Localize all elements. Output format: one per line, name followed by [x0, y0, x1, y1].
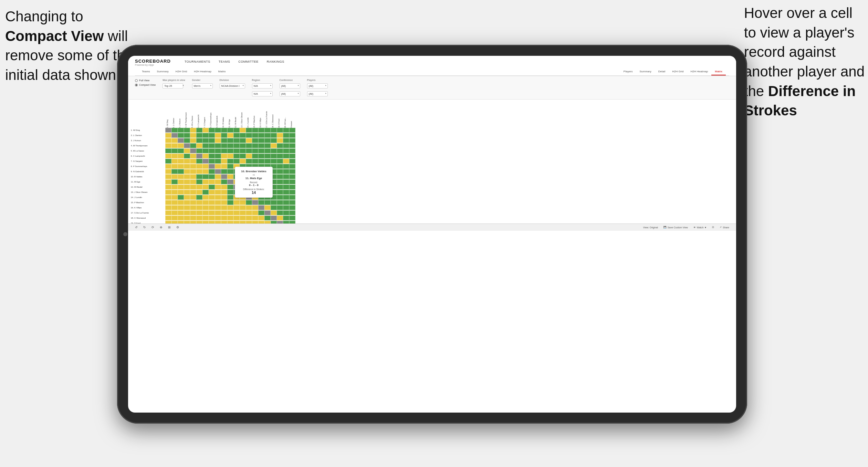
matrix-cell[interactable] [252, 133, 258, 138]
view-original-btn[interactable]: View: Original [643, 226, 658, 229]
matrix-cell[interactable] [184, 154, 190, 158]
matrix-cell[interactable] [202, 185, 209, 189]
matrix-cell[interactable] [190, 148, 196, 153]
matrix-cell[interactable] [209, 164, 215, 169]
matrix-cell[interactable] [184, 159, 190, 164]
matrix-cell[interactable] [227, 143, 233, 148]
matrix-cell[interactable] [227, 216, 233, 220]
matrix-cell[interactable] [215, 159, 221, 164]
watch-btn[interactable]: 👁 Watch ▼ [693, 226, 707, 229]
matrix-cell[interactable] [289, 210, 295, 215]
matrix-cell[interactable] [184, 200, 190, 205]
matrix-cell[interactable] [264, 154, 271, 158]
matrix-cell[interactable] [227, 148, 233, 153]
matrix-cell[interactable] [233, 159, 240, 164]
matrix-cell[interactable] [196, 148, 202, 153]
matrix-cell[interactable] [221, 159, 227, 164]
matrix-cell[interactable] [178, 190, 184, 195]
matrix-cell[interactable] [264, 221, 271, 224]
matrix-cell[interactable] [277, 143, 283, 148]
matrix-cell[interactable] [171, 210, 178, 215]
nav-teams[interactable]: TEAMS [219, 60, 230, 65]
matrix-cell[interactable] [221, 133, 227, 138]
matrix-cell[interactable] [252, 143, 258, 148]
matrix-cell[interactable] [178, 216, 184, 220]
matrix-cell[interactable] [252, 210, 258, 215]
matrix-cell[interactable] [258, 200, 264, 205]
matrix-cell[interactable] [227, 169, 233, 174]
matrix-cell[interactable] [283, 179, 289, 184]
matrix-cell[interactable] [215, 190, 221, 195]
matrix-cell[interactable] [271, 148, 277, 153]
matrix-cell[interactable] [233, 128, 240, 133]
max-players-select[interactable]: Top 25 Top 50 [163, 83, 183, 89]
matrix-cell[interactable] [271, 200, 277, 205]
nav-tournaments[interactable]: TOURNAMENTS [185, 60, 210, 65]
matrix-cell[interactable] [202, 128, 209, 133]
matrix-cell[interactable] [227, 138, 233, 143]
matrix-cell[interactable] [178, 159, 184, 164]
matrix-cell[interactable] [209, 169, 215, 174]
matrix-cell[interactable] [178, 221, 184, 224]
matrix-cell[interactable] [196, 195, 202, 200]
matrix-cell[interactable] [190, 169, 196, 174]
matrix-cell[interactable] [190, 210, 196, 215]
matrix-cell[interactable] [240, 221, 246, 224]
matrix-cell[interactable] [178, 185, 184, 189]
matrix-cell[interactable] [289, 164, 295, 169]
matrix-cell[interactable] [190, 159, 196, 164]
matrix-cell[interactable] [264, 143, 271, 148]
matrix-cell[interactable] [196, 164, 202, 169]
matrix-cell[interactable] [227, 200, 233, 205]
matrix-cell[interactable] [165, 179, 171, 184]
matrix-cell[interactable] [209, 195, 215, 200]
matrix-cell[interactable] [202, 164, 209, 169]
matrix-cell[interactable] [283, 164, 289, 169]
matrix-cell[interactable] [252, 138, 258, 143]
matrix-cell[interactable] [289, 148, 295, 153]
matrix-cell[interactable] [233, 216, 240, 220]
matrix-cell[interactable] [190, 190, 196, 195]
matrix-cell[interactable] [165, 216, 171, 220]
matrix-cell[interactable] [184, 205, 190, 210]
matrix-cell[interactable] [196, 138, 202, 143]
matrix-cell[interactable] [271, 154, 277, 158]
matrix-cell[interactable] [277, 164, 283, 169]
matrix-cell[interactable] [178, 133, 184, 138]
tab-teams[interactable]: Teams [138, 68, 154, 75]
tab-matrix-active[interactable]: Matrix [711, 68, 726, 75]
grid-btn[interactable]: ⊞ [168, 226, 171, 229]
matrix-cell[interactable] [252, 216, 258, 220]
matrix-cell[interactable] [283, 195, 289, 200]
matrix-cell[interactable] [246, 128, 252, 133]
matrix-cell[interactable] [184, 179, 190, 184]
matrix-cell[interactable] [202, 148, 209, 153]
matrix-cell[interactable] [258, 148, 264, 153]
matrix-cell[interactable] [165, 128, 171, 133]
matrix-cell[interactable] [246, 138, 252, 143]
tab-h2h-heatmap-top[interactable]: H2H Heatmap [190, 68, 215, 75]
matrix-cell[interactable] [283, 221, 289, 224]
matrix-cell[interactable] [240, 200, 246, 205]
matrix-cell[interactable] [165, 221, 171, 224]
matrix-cell[interactable] [184, 185, 190, 189]
matrix-cell[interactable] [178, 210, 184, 215]
matrix-cell[interactable] [202, 174, 209, 179]
matrix-cell[interactable] [202, 154, 209, 158]
matrix-cell[interactable] [277, 221, 283, 224]
matrix-cell[interactable] [227, 179, 233, 184]
matrix-cell[interactable] [240, 216, 246, 220]
matrix-cell[interactable] [165, 200, 171, 205]
matrix-cell[interactable] [221, 164, 227, 169]
players-select-2[interactable]: (All) [307, 91, 328, 96]
matrix-cell[interactable] [215, 216, 221, 220]
matrix-cell[interactable] [289, 138, 295, 143]
matrix-cell[interactable] [209, 185, 215, 189]
matrix-cell[interactable] [190, 179, 196, 184]
matrix-cell[interactable] [190, 205, 196, 210]
matrix-cell[interactable] [264, 200, 271, 205]
matrix-cell[interactable] [246, 205, 252, 210]
matrix-cell[interactable] [165, 169, 171, 174]
matrix-cell[interactable] [221, 200, 227, 205]
matrix-cell[interactable] [209, 143, 215, 148]
